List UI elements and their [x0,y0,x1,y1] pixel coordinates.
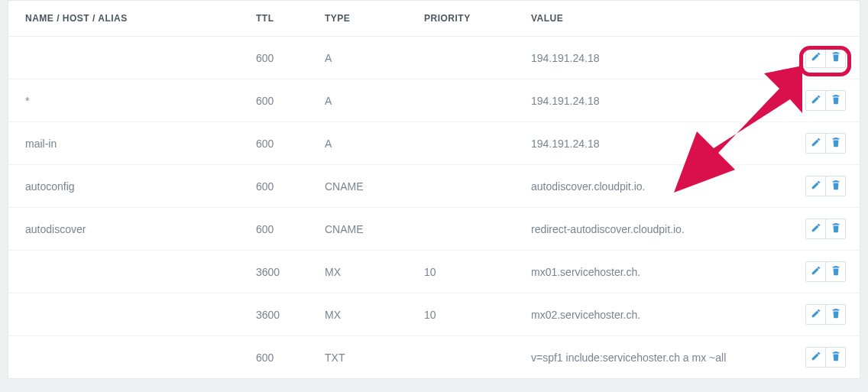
cell-priority: 10 [413,293,520,336]
pencil-icon [811,351,821,364]
table-row: 3600MX10mx01.servicehoster.ch. [8,251,860,293]
edit-button[interactable] [805,90,826,111]
cell-value: autodiscover.cloudpit.io. [520,165,786,208]
cell-type: CNAME [314,208,413,251]
delete-button[interactable] [825,219,846,239]
trash-icon [831,180,841,193]
cell-ttl: 3600 [245,293,314,336]
table-header: NAME / HOST / ALIAS TTL TYPE PRIORITY VA… [8,1,860,37]
cell-name [8,251,245,293]
pencil-icon [811,51,821,64]
pencil-icon [811,137,821,150]
trash-icon [831,94,841,107]
col-header-name: NAME / HOST / ALIAS [8,1,245,37]
pencil-icon [811,265,821,278]
footer-actions: DISCARD CHANGES SAVE [8,379,860,392]
dns-records-table: NAME / HOST / ALIAS TTL TYPE PRIORITY VA… [8,0,860,379]
cell-actions [786,37,860,79]
cell-name [8,293,245,336]
edit-button[interactable] [805,219,826,239]
col-header-ttl: TTL [245,1,314,37]
cell-actions [786,165,860,208]
cell-type: CNAME [314,165,413,208]
cell-value: 194.191.24.18 [520,79,786,122]
cell-ttl: 600 [245,165,314,208]
cell-ttl: 600 [245,208,314,251]
cell-name: autodiscover [8,208,245,251]
cell-type: A [314,79,413,122]
cell-priority [413,336,520,379]
trash-icon [831,51,841,64]
delete-button[interactable] [825,47,846,68]
cell-actions [786,336,860,379]
table-row: autodiscover600CNAMEredirect-autodiscove… [8,208,860,251]
cell-priority [413,37,520,79]
cell-type: A [314,37,413,79]
cell-actions [786,122,860,165]
cell-priority: 10 [413,251,520,293]
cell-type: A [314,122,413,165]
cell-name: autoconfig [8,165,245,208]
trash-icon [831,137,841,150]
trash-icon [831,351,841,364]
cell-ttl: 3600 [245,251,314,293]
table-row: autoconfig600CNAMEautodiscover.cloudpit.… [8,165,860,208]
pencil-icon [811,222,821,235]
cell-name [8,37,245,79]
edit-button[interactable] [805,47,826,68]
cell-actions [786,251,860,293]
cell-value: mx02.servicehoster.ch. [520,293,786,336]
cell-actions [786,293,860,336]
edit-button[interactable] [805,347,826,368]
trash-icon [831,308,841,321]
edit-button[interactable] [805,176,826,196]
cell-value: mx01.servicehoster.ch. [520,251,786,293]
cell-actions [786,208,860,251]
col-header-priority: PRIORITY [413,1,520,37]
cell-name [8,336,245,379]
cell-priority [413,122,520,165]
delete-button[interactable] [825,304,846,325]
pencil-icon [811,180,821,193]
cell-value: redirect-autodiscover.cloudpit.io. [520,208,786,251]
cell-value: v=spf1 include:servicehoster.ch a mx ~al… [520,336,786,379]
delete-button[interactable] [825,90,846,111]
cell-name: mail-in [8,122,245,165]
cell-type: TXT [314,336,413,379]
edit-button[interactable] [805,304,826,325]
cell-actions [786,79,860,122]
table-row: 600A194.191.24.18 [8,37,860,79]
delete-button[interactable] [825,347,846,368]
trash-icon [831,222,841,235]
trash-icon [831,265,841,278]
col-header-value: VALUE [520,1,786,37]
delete-button[interactable] [825,176,846,196]
cell-name: * [8,79,245,122]
cell-ttl: 600 [245,79,314,122]
cell-ttl: 600 [245,37,314,79]
table-row: 600TXTv=spf1 include:servicehoster.ch a … [8,336,860,379]
table-row: mail-in600A194.191.24.18 [8,122,860,165]
cell-ttl: 600 [245,336,314,379]
cell-type: MX [314,293,413,336]
edit-button[interactable] [805,133,826,154]
cell-value: 194.191.24.18 [520,37,786,79]
cell-priority [413,165,520,208]
table-row: *600A194.191.24.18 [8,79,860,122]
cell-priority [413,208,520,251]
pencil-icon [811,94,821,107]
delete-button[interactable] [825,133,846,154]
pencil-icon [811,308,821,321]
col-header-type: TYPE [314,1,413,37]
table-row: 3600MX10mx02.servicehoster.ch. [8,293,860,336]
cell-ttl: 600 [245,122,314,165]
delete-button[interactable] [825,261,846,282]
cell-priority [413,79,520,122]
cell-value: 194.191.24.18 [520,122,786,165]
edit-button[interactable] [805,261,826,282]
cell-type: MX [314,251,413,293]
